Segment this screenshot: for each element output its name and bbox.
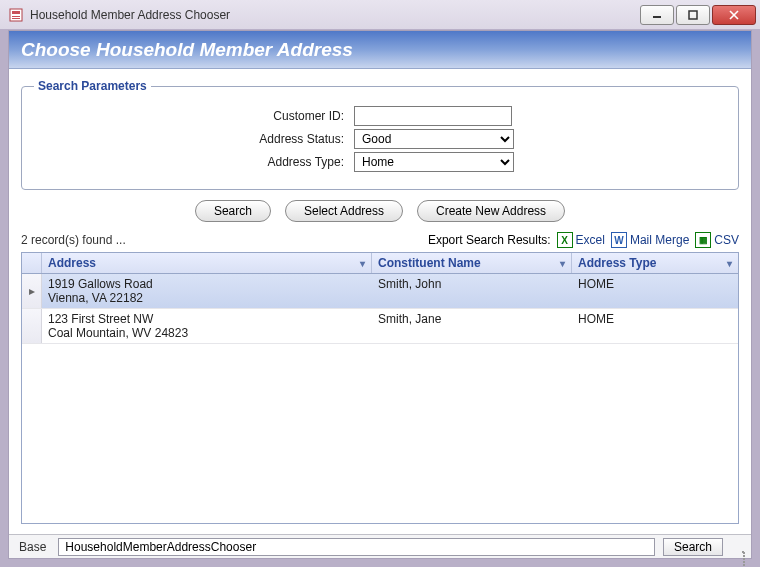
status-bar: Base HouseholdMemberAddressChooser Searc…	[9, 534, 751, 558]
svg-rect-4	[653, 16, 661, 18]
address-status-select[interactable]: Good	[354, 129, 514, 149]
cell-address: 1919 Gallows Road Vienna, VA 22182	[42, 274, 372, 308]
table-row[interactable]: 123 First Street NW Coal Mountain, WV 24…	[22, 309, 738, 344]
page-title: Choose Household Member Address	[21, 39, 353, 61]
customer-id-input[interactable]	[354, 106, 512, 126]
customer-id-label: Customer ID:	[34, 109, 354, 123]
svg-rect-0	[10, 9, 22, 21]
csv-icon: ▦	[695, 232, 711, 248]
cell-address-type: HOME	[572, 309, 738, 343]
svg-rect-3	[12, 18, 20, 19]
status-search-button[interactable]: Search	[663, 538, 723, 556]
col-address[interactable]: Address ▾	[42, 253, 372, 273]
row-indicator-icon	[22, 309, 42, 343]
search-button[interactable]: Search	[195, 200, 271, 222]
resize-grip-icon[interactable]	[731, 540, 745, 554]
filter-icon[interactable]: ▾	[360, 258, 365, 269]
window-title: Household Member Address Chooser	[30, 8, 640, 22]
action-button-row: Search Select Address Create New Address	[21, 200, 739, 222]
cell-constituent-name: Smith, John	[372, 274, 572, 308]
search-parameters-group: Search Parameters Customer ID: Address S…	[21, 79, 739, 190]
export-excel-link[interactable]: X Excel	[557, 232, 605, 248]
maximize-button[interactable]	[676, 5, 710, 25]
results-grid: Address ▾ Constituent Name ▾ Address Typ…	[21, 252, 739, 524]
filter-icon[interactable]: ▾	[727, 258, 732, 269]
row-indicator-icon: ▸	[22, 274, 42, 308]
grid-row-header-col	[22, 253, 42, 273]
svg-rect-2	[12, 16, 20, 17]
window-body: Choose Household Member Address Search P…	[8, 30, 752, 559]
status-path[interactable]: HouseholdMemberAddressChooser	[58, 538, 655, 556]
excel-icon: X	[557, 232, 573, 248]
col-address-type[interactable]: Address Type ▾	[572, 253, 738, 273]
page-header: Choose Household Member Address	[9, 31, 751, 69]
col-constituent-name[interactable]: Constituent Name ▾	[372, 253, 572, 273]
content-area: Search Parameters Customer ID: Address S…	[9, 69, 751, 534]
close-button[interactable]	[712, 5, 756, 25]
cell-address: 123 First Street NW Coal Mountain, WV 24…	[42, 309, 372, 343]
export-mailmerge-link[interactable]: W Mail Merge	[611, 232, 689, 248]
results-bar: 2 record(s) found ... Export Search Resu…	[21, 232, 739, 248]
search-parameters-legend: Search Parameters	[34, 79, 151, 93]
minimize-button[interactable]	[640, 5, 674, 25]
status-base-label: Base	[15, 540, 50, 554]
cell-constituent-name: Smith, Jane	[372, 309, 572, 343]
grid-body[interactable]: ▸ 1919 Gallows Road Vienna, VA 22182 Smi…	[22, 274, 738, 523]
titlebar[interactable]: Household Member Address Chooser	[0, 0, 760, 30]
cell-address-type: HOME	[572, 274, 738, 308]
address-type-label: Address Type:	[34, 155, 354, 169]
select-address-button[interactable]: Select Address	[285, 200, 403, 222]
word-icon: W	[611, 232, 627, 248]
address-status-label: Address Status:	[34, 132, 354, 146]
svg-rect-5	[689, 11, 697, 19]
svg-rect-1	[12, 11, 20, 14]
address-type-select[interactable]: Home	[354, 152, 514, 172]
table-row[interactable]: ▸ 1919 Gallows Road Vienna, VA 22182 Smi…	[22, 274, 738, 309]
create-new-address-button[interactable]: Create New Address	[417, 200, 565, 222]
grid-header: Address ▾ Constituent Name ▾ Address Typ…	[22, 253, 738, 274]
filter-icon[interactable]: ▾	[560, 258, 565, 269]
app-icon	[8, 7, 24, 23]
export-label: Export Search Results:	[428, 233, 551, 247]
results-count: 2 record(s) found ...	[21, 233, 428, 247]
export-csv-link[interactable]: ▦ CSV	[695, 232, 739, 248]
